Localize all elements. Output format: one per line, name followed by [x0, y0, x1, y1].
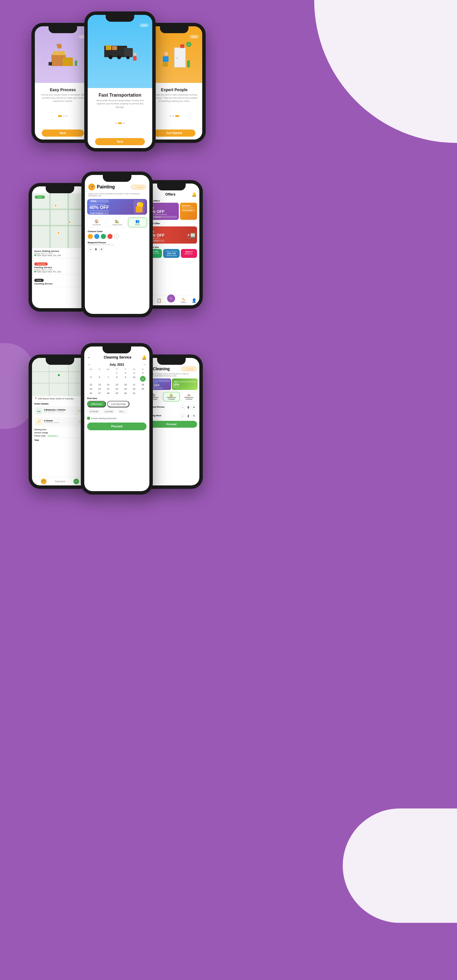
paint-icon: 🖌️ [88, 183, 95, 190]
day-29[interactable]: 29 [113, 391, 121, 395]
prev-month[interactable]: ← [88, 363, 91, 366]
wh-val: 2 [187, 415, 189, 418]
day-3[interactable]: 3 [130, 371, 138, 375]
week-3: 12 13 14 15 16 17 18 [87, 382, 147, 387]
payment-label: Payment [55, 480, 65, 483]
day-26[interactable]: 26 [87, 391, 95, 395]
cal-bell[interactable]: 🔔 [142, 355, 146, 360]
tdot3 [123, 123, 125, 124]
cleaning-proceed-button[interactable]: Proceed [146, 421, 197, 428]
pick-label: Pick time [87, 397, 146, 400]
day-tu: Tu [95, 368, 104, 371]
day-28[interactable]: 28 [104, 391, 113, 395]
map-pin-2 [68, 221, 71, 224]
late-morning-tab[interactable]: Late Morning [107, 401, 129, 407]
day-15[interactable]: 15 [113, 382, 121, 387]
day-8[interactable]: 8 [113, 375, 121, 382]
cleaning-custom-badge[interactable]: + Custom [182, 367, 197, 371]
day-fr: Fr [121, 368, 130, 371]
day-6[interactable]: 6 [95, 375, 104, 382]
day-1[interactable]: 1 [113, 371, 121, 375]
req-plus[interactable]: + [191, 405, 197, 410]
slot-12pm[interactable]: 12:0... [117, 409, 127, 414]
swatch-add[interactable]: + [114, 234, 119, 239]
day-7[interactable]: 7 [104, 375, 113, 382]
day-9[interactable]: 9 [121, 375, 130, 382]
qty-minus[interactable]: − [88, 247, 93, 252]
card-icon[interactable]: 💳 [41, 479, 46, 484]
day-4[interactable]: 4 [138, 371, 147, 375]
slot-7am[interactable]: 07:00 AM [87, 409, 101, 414]
service-charge-row: Service Charge $1 [34, 431, 86, 434]
qty-plus[interactable]: + [99, 247, 104, 252]
day-24[interactable]: 24 [130, 387, 138, 391]
jfy-card-2[interactable]: Shifting Service 20% Off ORDER NOW [163, 249, 179, 258]
room-others[interactable]: 👥 Others [128, 218, 147, 227]
day-30[interactable]: 30 [121, 391, 130, 395]
swatch-red[interactable] [107, 234, 113, 239]
back-button[interactable]: ← [87, 355, 91, 360]
map-pin-3 [57, 232, 60, 234]
bell-icon[interactable]: 🔔 [192, 192, 197, 197]
day-27[interactable]: 27 [95, 391, 104, 395]
screen-calendar: ← Cleaning Service 🔔 ← July, 2021 → Mo T… [84, 347, 149, 491]
room-4bed[interactable]: 🏘️ 4 Bedrooms1 Kitchen [181, 392, 197, 401]
day-21[interactable]: 21 [104, 387, 113, 391]
pick-time-section: Pick time Afternoon Late Morning 07:00 A… [84, 395, 149, 416]
item2-title: 2 Cleaner [44, 420, 59, 422]
check-icon[interactable]: ✓ [73, 479, 79, 484]
include-instruments-checkbox[interactable] [87, 417, 90, 420]
month-label: July, 2021 [109, 363, 124, 366]
week-2: 5 6 7 8 9 10 11 [87, 375, 147, 382]
day-23[interactable]: 23 [121, 387, 130, 391]
day-17[interactable]: 17 [130, 382, 138, 387]
map-pin-1 [54, 204, 57, 207]
day-31[interactable]: 31 [130, 391, 138, 395]
get-started-button[interactable]: Get Started [153, 129, 195, 137]
req-minus[interactable]: - [180, 405, 185, 410]
day-su: Su [138, 368, 147, 371]
slot-11am[interactable]: 11:00 AM [102, 409, 116, 414]
day-19[interactable]: 19 [87, 387, 95, 391]
nav-add[interactable]: + [167, 294, 175, 302]
day-11[interactable]: 11 [138, 375, 147, 382]
day-13[interactable]: 13 [95, 382, 104, 387]
day-10[interactable]: 10 [130, 375, 138, 382]
day-25[interactable]: 25 [138, 387, 147, 391]
day-16[interactable]: 16 [121, 382, 130, 387]
room-3bed[interactable]: 🏡 3 Bedrooms1 Kitchen [163, 392, 180, 401]
day-we: We [104, 368, 113, 371]
skip-button-2[interactable]: Skip [140, 24, 149, 27]
afternoon-tab[interactable]: Afternoon [87, 401, 106, 407]
next-button-transport[interactable]: Next [95, 138, 145, 145]
day-12[interactable]: 12 [87, 382, 95, 387]
next-month[interactable]: → [143, 363, 146, 366]
promo-x[interactable]: × [56, 435, 57, 437]
day-22[interactable]: 22 [113, 387, 121, 391]
req-qty-val: 0 [187, 406, 189, 409]
days-header-row: Mo Tu We Th Fr Sa Su [87, 368, 147, 371]
nav-profile[interactable]: 👤 [192, 298, 197, 303]
day-14[interactable]: 14 [104, 382, 113, 387]
booking-addr-1: 3329 Joyce Stree, PA, USA [34, 255, 86, 256]
day-2[interactable]: 2 [121, 371, 130, 375]
wh-plus[interactable]: + [191, 414, 197, 418]
room-full-house[interactable]: 🏠 Full House [87, 218, 106, 227]
day-5[interactable]: 5 [87, 375, 95, 382]
day-20[interactable]: 20 [95, 387, 104, 391]
jfy-card-3[interactable]: Save 3 ORDER N... [181, 249, 197, 258]
room-large-house[interactable]: 🏡 Large House [107, 218, 127, 227]
swatch-green[interactable] [101, 234, 106, 239]
skip-button-3[interactable]: Skip [190, 35, 199, 38]
swatch-blue[interactable] [94, 234, 99, 239]
custom-badge[interactable]: + Custom [131, 185, 146, 189]
proceed-button[interactable]: Proceed [87, 423, 146, 430]
nav-offers[interactable]: 🏷️Offers [181, 298, 186, 303]
wh-minus[interactable]: - [180, 414, 185, 418]
loc-dot-1 [34, 255, 36, 256]
next-button-easy[interactable]: Next [42, 129, 84, 137]
day-18[interactable]: 18 [138, 382, 147, 387]
calendar-grid: Mo Tu We Th Fr Sa Su 1 2 3 4 5 6 [84, 368, 149, 395]
nav-list[interactable]: 📋 [157, 298, 161, 303]
swatch-orange[interactable] [88, 234, 93, 239]
